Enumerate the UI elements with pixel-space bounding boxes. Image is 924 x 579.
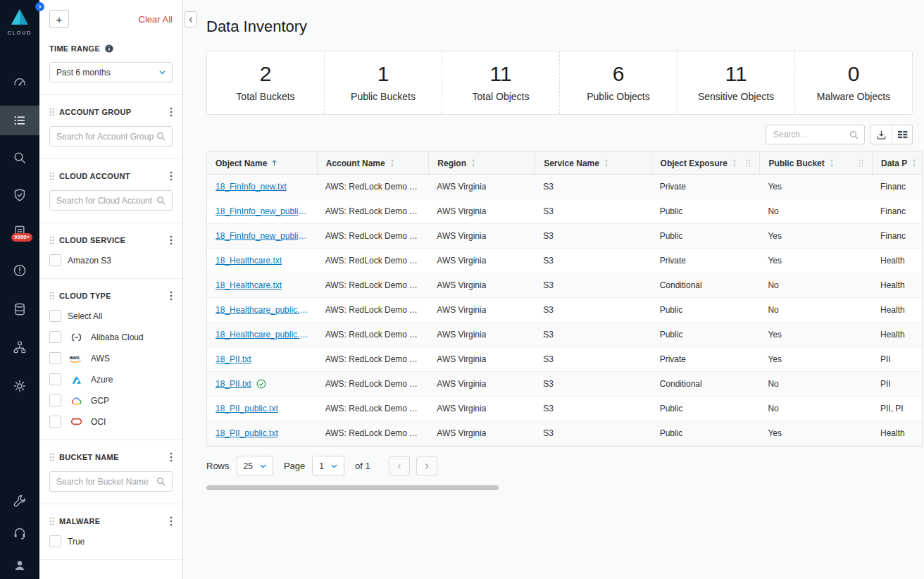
drag-handle-icon[interactable]	[49, 292, 54, 300]
rows-per-page-select[interactable]: 25	[237, 456, 273, 476]
kebab-menu-icon[interactable]	[170, 107, 173, 117]
column-header-public-bucket[interactable]: Public Bucket	[759, 152, 872, 174]
support-icon[interactable]	[0, 519, 39, 547]
drag-handle-icon[interactable]	[49, 172, 54, 180]
table-cell: AWS: RedLock Demo Acc...	[317, 249, 429, 273]
drag-handle-icon[interactable]	[49, 236, 54, 244]
kebab-menu-icon[interactable]	[170, 235, 173, 245]
brand-logo[interactable]: CLOUD	[0, 8, 39, 35]
time-range-select[interactable]: Past 6 months	[49, 62, 173, 82]
compliance-icon[interactable]	[0, 181, 39, 209]
page-number-select[interactable]: 1	[312, 456, 344, 476]
dashboard-icon[interactable]	[0, 68, 39, 96]
settings-icon[interactable]	[0, 372, 39, 400]
table-row[interactable]: 18_FinInfo_new.txtAWS: RedLock Demo Acc.…	[207, 175, 923, 199]
drag-handle-icon[interactable]	[49, 517, 54, 525]
table-cell: AWS Virginia	[428, 298, 535, 322]
checkbox[interactable]	[49, 394, 61, 406]
object-name-link[interactable]: 18_FinInfo_new.txt	[216, 182, 287, 192]
download-button[interactable]	[871, 125, 892, 144]
table-cell: S3	[535, 421, 651, 445]
object-name-link[interactable]: 18_Healthcare_public.txt	[216, 330, 308, 340]
network-icon[interactable]	[0, 333, 39, 361]
object-name-link[interactable]: 18_Healthcare_public.txt	[216, 305, 308, 315]
kebab-menu-icon[interactable]	[170, 291, 173, 301]
checkbox[interactable]	[49, 535, 61, 547]
resize-handle-icon[interactable]	[859, 159, 863, 167]
next-page-button[interactable]	[416, 456, 437, 475]
prev-page-button[interactable]	[389, 456, 410, 475]
search-input[interactable]	[772, 129, 845, 140]
filter-section-label: BUCKET NAME	[59, 453, 119, 461]
object-name-link[interactable]: 18_Healthcare.txt	[216, 256, 282, 266]
table-row[interactable]: 18_Healthcare.txtAWS: RedLock Demo Acc..…	[207, 273, 923, 298]
assets-icon[interactable]	[0, 295, 39, 323]
table-row[interactable]: 18_Healthcare_public.txtAWS: RedLock Dem…	[207, 298, 923, 323]
stat-label: Malware Objects	[817, 91, 890, 102]
filter-search-input[interactable]	[56, 477, 156, 487]
kebab-menu-icon[interactable]	[170, 452, 173, 462]
object-name-link[interactable]: 18_PII_public.txt	[216, 404, 278, 413]
table-row[interactable]: 18_PII_public.txtAWS: RedLock Demo Acc..…	[207, 397, 923, 421]
tools-icon[interactable]	[0, 487, 39, 515]
kebab-menu-icon[interactable]	[170, 516, 173, 526]
table-cell: S3	[535, 298, 651, 322]
filter-search-input[interactable]	[56, 196, 156, 206]
object-name-link[interactable]: 18_FinInfo_new_public.txt	[216, 206, 308, 216]
drag-handle-icon[interactable]	[49, 453, 54, 461]
table-cell: Financ	[872, 199, 923, 223]
search-icon[interactable]	[0, 144, 39, 172]
table-row[interactable]: 18_Healthcare_public.txtAWS: RedLock Dem…	[207, 323, 923, 347]
reports-icon[interactable]	[0, 218, 39, 246]
table-cell: 18_FinInfo_new_public.txt	[207, 224, 317, 248]
table-row[interactable]: 18_Healthcare.txtAWS: RedLock Demo Acc..…	[207, 249, 923, 273]
checkbox[interactable]	[49, 254, 61, 266]
object-name-link[interactable]: 18_PII_public.txt	[216, 428, 278, 438]
add-filter-button[interactable]: +	[49, 10, 69, 28]
table-cell: Private	[651, 347, 760, 371]
table-cell: S3	[535, 224, 651, 248]
profile-icon[interactable]	[0, 551, 39, 579]
checkbox[interactable]	[49, 352, 61, 364]
column-header-data-p[interactable]: Data P	[872, 152, 923, 174]
checkbox[interactable]	[49, 331, 61, 343]
object-name-link[interactable]: 18_Healthcare.txt	[216, 280, 282, 290]
info-icon[interactable]	[105, 44, 113, 53]
object-name-link[interactable]: 18_PII.txt	[216, 354, 251, 364]
table-row[interactable]: 18_PII_public.txtAWS: RedLock Demo Acc..…	[207, 421, 923, 446]
table-row[interactable]: 18_PII.txtAWS: RedLock Demo Acc...AWS Vi…	[207, 347, 923, 372]
column-header-account-name[interactable]: Account Name	[317, 152, 429, 174]
column-header-object-exposure[interactable]: Object Exposure	[651, 152, 760, 174]
sort-asc-icon	[271, 159, 277, 167]
table-cell: AWS Virginia	[428, 175, 535, 199]
column-header-service-name[interactable]: Service Name	[535, 152, 651, 174]
object-name-link[interactable]: 18_FinInfo_new_public.txt	[216, 231, 308, 241]
stat-label: Public Objects	[587, 91, 649, 102]
columns-button[interactable]	[892, 125, 912, 144]
checkbox[interactable]	[49, 310, 61, 322]
kebab-menu-icon[interactable]	[170, 171, 173, 181]
drag-handle-icon[interactable]	[49, 108, 54, 116]
column-header-object-name[interactable]: Object Name	[207, 152, 317, 174]
column-header-region[interactable]: Region	[428, 152, 535, 174]
resize-handle-icon[interactable]	[746, 159, 751, 167]
table-search[interactable]	[766, 125, 865, 144]
notification-dot[interactable]	[35, 2, 44, 11]
inventory-icon[interactable]	[0, 106, 39, 135]
horizontal-scrollbar[interactable]	[206, 485, 499, 490]
table-row[interactable]: 18_FinInfo_new_public.txtAWS: RedLock De…	[207, 199, 923, 224]
table-row[interactable]: 18_PII.txtAWS: RedLock Demo Acc...AWS Vi…	[207, 372, 923, 397]
option-label: Amazon S3	[68, 256, 111, 266]
table-cell: S3	[535, 249, 651, 273]
checkbox[interactable]	[49, 373, 61, 385]
table-row[interactable]: 18_FinInfo_new_public.txtAWS: RedLock De…	[207, 224, 923, 249]
app-root: CLOUD 9999+ + Clear All TIME RANGEPast 6…	[0, 0, 924, 579]
checkbox[interactable]	[49, 416, 61, 428]
object-name-link[interactable]: 18_PII.txt	[216, 379, 251, 389]
filter-search-input[interactable]	[56, 132, 156, 142]
alerts-icon[interactable]	[0, 256, 39, 285]
table-cell: Yes	[759, 249, 872, 273]
clear-all-link[interactable]: Clear All	[139, 14, 173, 25]
search-icon	[849, 130, 859, 139]
collapse-filters-button[interactable]	[184, 11, 197, 27]
